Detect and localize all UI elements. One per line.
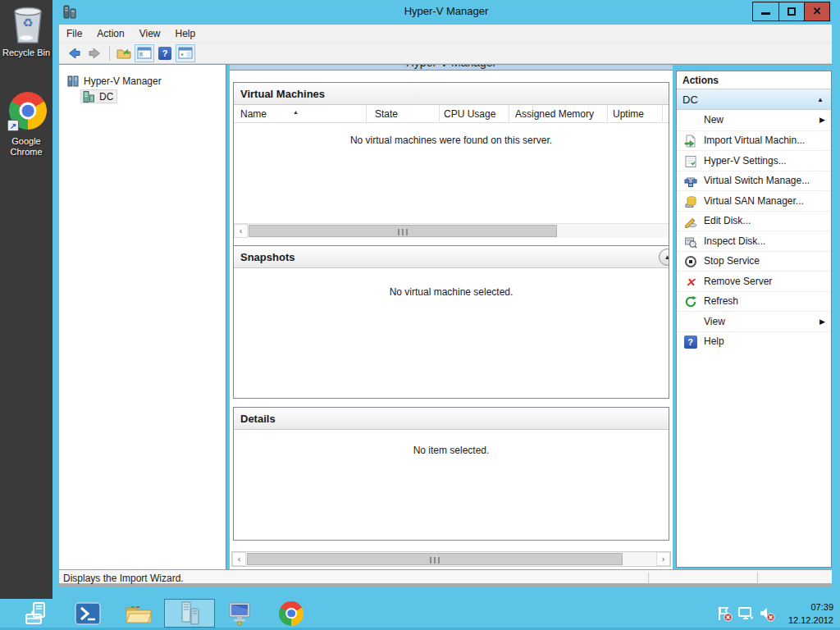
hyperv-manager-icon bbox=[67, 75, 80, 87]
scroll-right-button[interactable]: › bbox=[656, 552, 670, 566]
help-icon: ? bbox=[158, 47, 171, 60]
taskbar-file-explorer-button[interactable] bbox=[113, 599, 164, 628]
action-refresh[interactable]: Refresh bbox=[677, 291, 831, 312]
details-empty-area: No item selected. bbox=[234, 430, 669, 456]
inspect-disk-icon bbox=[683, 235, 697, 249]
actions-pane-title: Actions bbox=[677, 71, 831, 89]
window-title: Hyper-V Manager bbox=[52, 5, 840, 17]
toolbar: ? bbox=[59, 43, 832, 64]
snapshots-panel: Snapshots ▲ No virtual machine selected. bbox=[233, 245, 669, 399]
action-inspect-disk[interactable]: Inspect Disk... bbox=[677, 231, 831, 251]
export-list-button[interactable] bbox=[114, 44, 134, 62]
recycle-bin-icon[interactable]: ♻ bbox=[8, 5, 48, 46]
menu-file[interactable]: File bbox=[59, 25, 89, 43]
collapse-group-icon[interactable]: ▲ bbox=[817, 89, 824, 110]
menu-bar: File Action View Help bbox=[59, 25, 832, 43]
clipped-pane-title: Hyper-V Manager bbox=[230, 65, 673, 71]
toolbar-separator bbox=[109, 46, 110, 61]
details-panel: Details No item selected. bbox=[233, 407, 669, 541]
remote-desktop-icon bbox=[227, 601, 253, 626]
tree-item-hyperv-manager[interactable]: Hyper-V Manager bbox=[67, 74, 162, 88]
vm-empty-message: No virtual machines were found on this s… bbox=[234, 135, 669, 146]
close-icon: ✕ bbox=[805, 5, 829, 17]
action-virtual-san-manager[interactable]: Virtual SAN Manager... bbox=[677, 190, 831, 211]
back-arrow-icon bbox=[66, 46, 82, 61]
menu-help[interactable]: Help bbox=[168, 25, 203, 43]
chrome-icon bbox=[279, 601, 304, 626]
taskbar-hyperv-manager-button[interactable] bbox=[164, 599, 215, 628]
folder-export-icon bbox=[116, 47, 131, 60]
taskbar: 07:39 12.12.2012 bbox=[0, 599, 840, 630]
column-cpu-usage[interactable]: CPU Usage bbox=[444, 108, 495, 120]
tree-server-label: DC bbox=[99, 91, 113, 103]
minimize-button[interactable] bbox=[753, 2, 778, 21]
actions-group-header[interactable]: DC ▲ bbox=[677, 89, 831, 110]
details-empty-message: No item selected. bbox=[234, 445, 669, 456]
chrome-desktop-label: Google Chrome bbox=[0, 136, 52, 158]
snapshots-empty-area: No virtual machine selected. bbox=[234, 268, 669, 298]
tray-volume-icon[interactable] bbox=[758, 605, 776, 623]
action-pane-toggle-button[interactable] bbox=[176, 44, 195, 62]
maximize-icon bbox=[788, 7, 796, 16]
scroll-left-button[interactable]: ‹ bbox=[232, 552, 246, 566]
vm-horizontal-scrollbar[interactable]: ‹ bbox=[234, 223, 669, 238]
action-view[interactable]: View ▶ bbox=[677, 311, 831, 331]
tray-clock[interactable]: 07:39 12.12.2012 bbox=[774, 600, 833, 627]
menu-action[interactable]: Action bbox=[89, 25, 131, 43]
action-help[interactable]: ? Help bbox=[677, 331, 831, 352]
clock-time: 07:39 bbox=[774, 600, 833, 614]
menu-view[interactable]: View bbox=[132, 25, 168, 43]
vm-column-headers: Name ▲ State CPU Usage Assigned Memory U… bbox=[234, 105, 669, 123]
toolbar-help-button[interactable]: ? bbox=[155, 44, 175, 62]
center-horizontal-scrollbar[interactable]: ‹ › bbox=[231, 551, 671, 567]
action-import-virtual-machine[interactable]: Import Virtual Machin... bbox=[677, 130, 831, 151]
taskbar-chrome-button[interactable] bbox=[266, 599, 317, 628]
status-bar: Displays the Import Wizard. bbox=[59, 569, 832, 587]
column-state[interactable]: State bbox=[375, 108, 398, 120]
powershell-icon bbox=[75, 602, 101, 625]
column-name[interactable]: Name bbox=[240, 108, 267, 120]
virtual-switch-icon bbox=[683, 175, 697, 189]
import-vm-icon bbox=[683, 135, 697, 148]
action-remove-server[interactable]: ✕ Remove Server bbox=[677, 271, 831, 291]
action-virtual-switch-manager[interactable]: Virtual Switch Manage... bbox=[677, 171, 831, 191]
scrollbar-thumb[interactable] bbox=[247, 553, 623, 565]
console-tree-toggle-button[interactable] bbox=[135, 44, 154, 62]
remove-server-icon: ✕ bbox=[683, 275, 697, 289]
forward-arrow-icon bbox=[87, 46, 103, 61]
maximize-button[interactable] bbox=[778, 2, 804, 21]
actions-group-label: DC bbox=[682, 94, 698, 106]
close-button[interactable]: ✕ bbox=[804, 2, 829, 21]
refresh-icon bbox=[683, 295, 697, 309]
action-edit-disk[interactable]: Edit Disk... bbox=[677, 211, 831, 231]
server-dc-icon bbox=[83, 91, 95, 103]
snapshots-header: Snapshots ▲ bbox=[234, 246, 669, 268]
column-uptime[interactable]: Uptime bbox=[613, 108, 644, 120]
submenu-arrow-icon: ▶ bbox=[819, 317, 825, 326]
scroll-left-button[interactable]: ‹ bbox=[234, 224, 248, 238]
window-controls: ✕ bbox=[752, 2, 830, 21]
console-tree-pane: Hyper-V Manager DC bbox=[59, 65, 226, 569]
console-tree-icon bbox=[137, 47, 152, 59]
action-hyperv-settings[interactable]: Hyper-V Settings... bbox=[677, 150, 831, 171]
hyperv-manager-icon bbox=[176, 601, 203, 626]
center-pane: Hyper-V Manager Virtual Machines Name ▲ … bbox=[230, 65, 673, 569]
title-bar[interactable]: Hyper-V Manager ✕ bbox=[52, 0, 840, 25]
tray-network-icon[interactable] bbox=[737, 605, 755, 623]
column-assigned-memory[interactable]: Assigned Memory bbox=[515, 108, 594, 120]
taskbar-remote-desktop-button[interactable] bbox=[215, 599, 266, 628]
tree-item-dc[interactable]: DC bbox=[80, 89, 117, 103]
recycle-bin-label: Recycle Bin bbox=[1, 48, 52, 58]
action-stop-service[interactable]: Stop Service bbox=[677, 251, 831, 272]
chrome-desktop-icon[interactable]: ↗ bbox=[9, 92, 47, 130]
tray-flag-icon[interactable] bbox=[715, 605, 733, 623]
taskbar-server-manager-button[interactable] bbox=[11, 599, 62, 628]
action-new[interactable]: New ▶ bbox=[677, 110, 831, 130]
taskbar-powershell-button[interactable] bbox=[62, 599, 113, 628]
back-button[interactable] bbox=[64, 44, 84, 62]
forward-button[interactable] bbox=[84, 44, 104, 62]
file-explorer-icon bbox=[125, 602, 153, 625]
scrollbar-thumb[interactable] bbox=[249, 225, 557, 237]
snapshots-collapse-button[interactable]: ▲ bbox=[659, 249, 669, 266]
action-pane-icon bbox=[178, 47, 193, 59]
